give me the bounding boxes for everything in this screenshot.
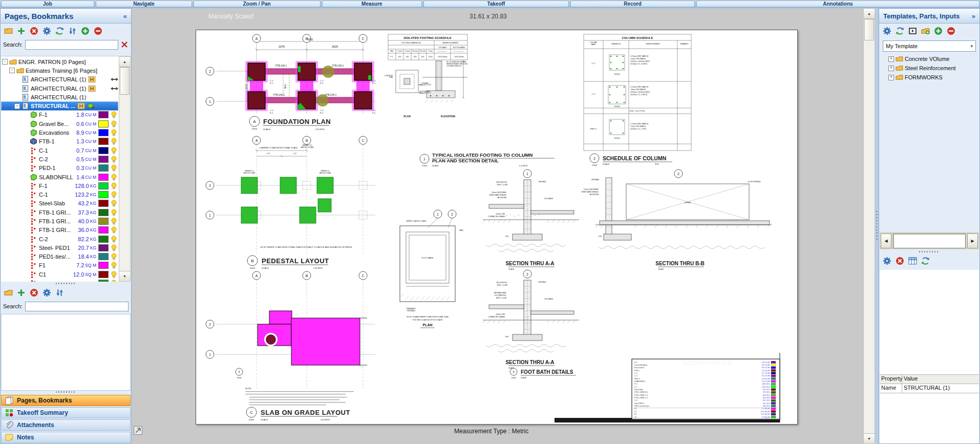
collapse-left-panel-icon[interactable]: « — [123, 12, 127, 20]
menu-item-record[interactable]: Record — [570, 1, 695, 7]
scroll-left-button[interactable]: ◀ — [881, 234, 891, 248]
menu-item-job[interactable]: Job — [1, 1, 95, 7]
scroll-right-button[interactable]: ▶ — [967, 234, 978, 248]
visibility-bulb-icon[interactable] — [111, 226, 117, 234]
drawing-sheet[interactable]: SECTION THRU B-B F-11.8 CU MGravel Beddi… — [196, 30, 798, 425]
color-swatch[interactable] — [98, 138, 109, 145]
takeoff-item-row[interactable]: FTB-1 GRI...40.0KG — [1, 217, 118, 225]
color-swatch[interactable] — [98, 191, 109, 198]
color-swatch[interactable] — [98, 218, 109, 225]
template-gear-icon[interactable] — [883, 27, 891, 35]
run-template-icon[interactable] — [908, 27, 917, 35]
add-page-icon[interactable] — [17, 27, 26, 35]
menu-item-takeoff[interactable]: Takeoff — [423, 1, 569, 7]
template-refresh-icon[interactable] — [896, 27, 904, 35]
properties-table-icon[interactable] — [908, 257, 917, 265]
color-swatch[interactable] — [98, 253, 109, 260]
color-swatch[interactable] — [98, 120, 109, 128]
pages-search-input[interactable] — [25, 40, 118, 50]
folder-icon[interactable] — [4, 288, 13, 297]
add-part-icon[interactable] — [934, 27, 943, 35]
bookmark-h-icon[interactable] — [88, 86, 96, 92]
takeoff-item-row[interactable]: C-20.5CU M — [1, 155, 118, 163]
visibility-bulb-icon[interactable] — [111, 191, 117, 198]
visibility-bulb-icon[interactable] — [111, 138, 117, 145]
color-swatch[interactable] — [98, 129, 109, 136]
viewer-panel-splitter[interactable] — [875, 8, 879, 444]
tree-expander[interactable]: + — [888, 56, 894, 62]
panel-row-splitter[interactable] — [1, 281, 131, 285]
takeoff-item-row[interactable]: FTB-11.3CU M — [1, 137, 118, 146]
link-arrows-icon[interactable] — [111, 76, 118, 82]
bookmark-sort-icon[interactable] — [55, 288, 64, 297]
bookmark-h-icon[interactable] — [88, 76, 96, 82]
takeoff-item-row[interactable]: Gravel Be...0.6CU M — [1, 119, 118, 128]
visibility-bulb-icon[interactable] — [111, 174, 117, 181]
properties-refresh-icon[interactable] — [921, 257, 930, 265]
settings-gear-icon[interactable] — [42, 27, 51, 35]
visibility-bulb-icon[interactable] — [111, 164, 117, 172]
color-swatch[interactable] — [98, 262, 109, 269]
takeoff-item-row[interactable]: F17.2SQ M — [1, 261, 118, 270]
panel-tab-pages-bookmarks[interactable]: Pages, Bookmarks — [1, 395, 131, 406]
visibility-bulb-icon[interactable] — [111, 271, 117, 278]
panel-tab-notes[interactable]: Notes — [1, 432, 131, 443]
takeoff-item-row[interactable]: Steel- PED120.7KG — [1, 243, 118, 252]
color-swatch[interactable] — [98, 147, 109, 154]
visibility-bulb-icon[interactable] — [111, 236, 117, 243]
tree-expander[interactable]: + — [888, 66, 894, 71]
sort-icon[interactable] — [68, 27, 77, 35]
takeoff-item-row[interactable]: C-10.7CU M — [1, 146, 118, 155]
add-folder-icon[interactable] — [921, 27, 930, 35]
viewer-scroll-up-button[interactable]: ▲ — [864, 9, 875, 19]
bookmark-h-icon[interactable] — [77, 103, 85, 109]
remove-part-icon[interactable] — [947, 27, 955, 35]
color-swatch[interactable] — [98, 244, 109, 251]
collapse-all-icon[interactable] — [94, 27, 102, 35]
tree-page-row[interactable]: ARCHITECTURAL (1) — [1, 93, 118, 101]
takeoff-item-row[interactable]: PED-10.3CU M — [1, 164, 118, 173]
visibility-bulb-icon[interactable] — [111, 182, 117, 189]
tree-expander[interactable]: - — [2, 59, 8, 65]
properties-delete-icon[interactable] — [896, 257, 904, 265]
property-row[interactable]: Name STRUCTURAL (1) — [880, 384, 979, 393]
bookmarks-list[interactable] — [1, 314, 131, 391]
tree-page-row[interactable]: -ENGR. PATRON [0 Pages] — [1, 57, 118, 66]
color-swatch[interactable] — [98, 236, 109, 243]
panel-tab-attachments[interactable]: Attachments — [1, 419, 131, 431]
bookmarks-search-input[interactable] — [25, 302, 129, 311]
viewer-scroll-thumb[interactable] — [864, 19, 874, 40]
drawing-viewer[interactable]: Manually Scaled 31.61 x 20.83 — [132, 8, 875, 444]
color-swatch[interactable] — [98, 209, 109, 216]
color-swatch[interactable] — [98, 164, 109, 172]
menu-item-measure[interactable]: Measure — [322, 1, 422, 7]
visibility-bulb-icon[interactable] — [111, 218, 117, 225]
tree-expander[interactable]: - — [14, 103, 20, 109]
refresh-icon[interactable] — [55, 27, 64, 35]
panel-tab-takeoff-summary[interactable]: Takeoff Summary — [1, 407, 131, 418]
tree-expander[interactable]: + — [888, 75, 894, 80]
tree-page-row[interactable]: -Estimates Training [6 Pages] — [1, 66, 118, 75]
link-arrows-icon[interactable] — [111, 86, 118, 92]
visibility-bulb-icon[interactable] — [111, 209, 117, 216]
tabs-splitter[interactable] — [1, 390, 131, 394]
visibility-bulb-icon[interactable] — [111, 147, 117, 154]
color-swatch[interactable] — [98, 226, 109, 234]
takeoff-item-row[interactable]: FTB-1 GRI...36.0KG — [1, 226, 118, 235]
tree-page-row[interactable]: -STRUCTURAL ... — [1, 101, 118, 110]
color-swatch[interactable] — [98, 200, 109, 207]
scroll-track[interactable] — [893, 234, 966, 248]
tree-page-row[interactable]: ARCHITECTURAL (1) — [1, 75, 118, 84]
template-folder-row[interactable]: +Steel Reinforcement — [881, 64, 977, 73]
visibility-bulb-icon[interactable] — [111, 120, 117, 128]
folder-icon[interactable] — [4, 27, 13, 35]
resize-handle-icon[interactable] — [134, 426, 142, 435]
takeoff-item-row[interactable]: SLABONFILL1.4CU M — [1, 173, 118, 181]
color-swatch[interactable] — [98, 156, 109, 163]
takeoff-item-row[interactable]: F-11.8CU M — [1, 111, 118, 119]
delete-bookmark-icon[interactable] — [30, 288, 38, 297]
template-folder-row[interactable]: +Concrete VOlume — [881, 54, 977, 64]
add-bookmark-icon[interactable] — [17, 288, 26, 297]
tree-page-row[interactable]: ARCHITECTURAL (1) — [1, 84, 118, 93]
visibility-bulb-icon[interactable] — [111, 111, 117, 118]
